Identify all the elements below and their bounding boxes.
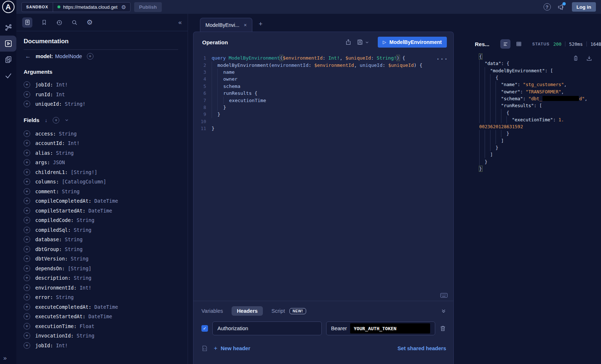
breadcrumb-type[interactable]: ModelNode bbox=[55, 53, 82, 59]
code-line[interactable]: 7executionTime bbox=[193, 97, 453, 104]
expand-rail-button[interactable]: » bbox=[3, 355, 7, 362]
field-type[interactable]: String bbox=[65, 236, 83, 242]
field-type[interactable]: String bbox=[77, 333, 95, 339]
field-type[interactable]: String! bbox=[65, 101, 85, 107]
search-icon[interactable] bbox=[71, 19, 78, 26]
code-line[interactable]: 5schema bbox=[193, 83, 453, 90]
announcements-megaphone-icon[interactable] bbox=[557, 3, 565, 11]
back-arrow-icon[interactable]: ← bbox=[25, 53, 31, 60]
endpoint-settings-gear-icon[interactable]: ⚙ bbox=[121, 4, 126, 10]
code-line[interactable]: 8} bbox=[193, 104, 453, 111]
field-name[interactable]: compiledSql: String bbox=[35, 227, 91, 233]
field-name[interactable]: compileStartedAt: DateTime bbox=[35, 208, 112, 214]
field-type[interactable]: Float bbox=[80, 323, 95, 329]
nav-explorer[interactable] bbox=[0, 36, 16, 52]
field-name[interactable]: comment: String bbox=[35, 189, 80, 194]
new-header-button[interactable]: + New header bbox=[214, 345, 250, 352]
field-type[interactable]: String bbox=[59, 131, 77, 137]
code-line[interactable]: 6runResults { bbox=[193, 90, 453, 97]
save-icon[interactable] bbox=[357, 39, 363, 45]
keyboard-shortcuts-icon[interactable] bbox=[440, 293, 448, 298]
add-field-button[interactable]: + bbox=[24, 159, 30, 166]
field-type[interactable]: String bbox=[74, 227, 92, 233]
field-type[interactable]: Int! bbox=[56, 82, 68, 88]
field-name[interactable]: executeStartedAt: DateTime bbox=[35, 314, 112, 319]
add-field-button[interactable]: + bbox=[24, 101, 30, 107]
response-json[interactable]: {"data": {"modelByEnvironment": [{"name"… bbox=[475, 53, 601, 172]
field-type[interactable]: JSON bbox=[53, 159, 65, 165]
operation-tab[interactable]: ModelByEnvi... × bbox=[200, 18, 252, 32]
query-editor[interactable]: 1query ModelByEnvironment($environmentId… bbox=[193, 52, 453, 301]
field-name[interactable]: childrenL1: [String!] bbox=[35, 169, 97, 175]
field-name[interactable]: columns: [CatalogColumn] bbox=[35, 179, 106, 185]
add-field-button[interactable]: + bbox=[24, 169, 30, 175]
field-name[interactable]: alias: String bbox=[35, 150, 74, 156]
publish-button[interactable]: Publish bbox=[134, 2, 162, 12]
add-field-button[interactable]: + bbox=[24, 150, 30, 156]
field-type[interactable]: [String!] bbox=[71, 169, 97, 175]
code-line[interactable]: 1query ModelByEnvironment($environmentId… bbox=[193, 54, 453, 61]
add-field-button[interactable]: + bbox=[24, 227, 30, 233]
header-key-input[interactable]: Authorization bbox=[212, 321, 322, 335]
code-line[interactable]: 10 bbox=[193, 118, 453, 125]
delete-header-trash-icon[interactable] bbox=[440, 325, 446, 332]
field-type[interactable]: String bbox=[65, 246, 83, 252]
add-field-button[interactable]: + bbox=[24, 284, 30, 291]
field-name[interactable]: compileCompletedAt: DateTime bbox=[35, 198, 118, 204]
tab-variables[interactable]: Variables bbox=[201, 308, 223, 314]
sandbox-badge[interactable]: SANDBOX bbox=[22, 3, 53, 12]
field-type[interactable]: Int bbox=[56, 92, 65, 97]
field-type[interactable]: [CatalogColumn] bbox=[62, 179, 106, 185]
chevron-down-icon[interactable] bbox=[365, 40, 369, 44]
endpoint-url-box[interactable]: https://metadata.cloud.get ⚙ bbox=[53, 4, 130, 10]
add-all-fields-button[interactable]: + bbox=[53, 117, 59, 124]
sort-fields-icon[interactable]: ↓ bbox=[45, 117, 47, 123]
add-field-button[interactable]: + bbox=[24, 188, 30, 195]
field-type[interactable]: String bbox=[56, 150, 74, 156]
add-field-button[interactable]: + bbox=[24, 207, 30, 214]
add-field-button[interactable]: + bbox=[24, 198, 30, 204]
download-response-icon[interactable] bbox=[586, 55, 592, 61]
apollo-logo[interactable]: A bbox=[2, 1, 15, 13]
nav-sandbox-schemas[interactable] bbox=[0, 52, 16, 68]
add-field-button[interactable]: + bbox=[24, 130, 30, 137]
add-field-button[interactable]: + bbox=[24, 342, 30, 349]
tab-script[interactable]: Script bbox=[272, 308, 285, 314]
field-type[interactable]: Int! bbox=[56, 343, 68, 348]
field-name[interactable]: args: JSON bbox=[35, 159, 65, 165]
nav-graph-icon[interactable] bbox=[0, 20, 16, 36]
add-field-button[interactable]: + bbox=[24, 81, 30, 88]
field-name[interactable]: dbtGroup: String bbox=[35, 246, 83, 252]
field-type[interactable]: DateTime bbox=[95, 304, 118, 310]
new-tab-button[interactable]: + bbox=[259, 20, 263, 28]
add-field-button[interactable]: + bbox=[24, 140, 30, 146]
field-name[interactable]: executeCompletedAt: DateTime bbox=[35, 304, 118, 310]
code-line[interactable]: 9} bbox=[193, 111, 453, 118]
field-type[interactable]: String bbox=[71, 256, 89, 262]
field-type[interactable]: DateTime bbox=[95, 198, 118, 204]
add-field-button[interactable]: + bbox=[24, 323, 30, 329]
documentation-tab[interactable] bbox=[22, 17, 32, 28]
settings-gear-icon[interactable]: ⚙ bbox=[87, 19, 93, 26]
view-table-button[interactable] bbox=[514, 39, 524, 49]
add-field-button[interactable]: + bbox=[24, 236, 30, 243]
field-name[interactable]: dbtVersion: String bbox=[35, 256, 88, 262]
save-group[interactable] bbox=[357, 39, 369, 45]
field-type[interactable]: DateTime bbox=[88, 208, 112, 214]
endpoint-url[interactable]: https://metadata.cloud.get bbox=[63, 4, 119, 10]
nav-checks-icon[interactable] bbox=[0, 68, 16, 84]
add-field-button[interactable]: + bbox=[24, 217, 30, 223]
add-field-button[interactable]: + bbox=[24, 304, 30, 310]
field-type[interactable]: String bbox=[74, 275, 92, 281]
history-icon[interactable] bbox=[56, 19, 63, 26]
code-line[interactable]: 11} bbox=[193, 125, 453, 132]
add-field-button[interactable]: + bbox=[24, 178, 30, 185]
field-name[interactable]: dependsOn: [String] bbox=[35, 266, 91, 271]
add-field-button[interactable]: + bbox=[24, 91, 30, 98]
copy-response-icon[interactable] bbox=[573, 55, 579, 61]
header-enabled-checkbox[interactable]: ✓ bbox=[201, 325, 208, 332]
collapse-panel-double-chevron-icon[interactable] bbox=[441, 308, 446, 314]
add-field-button[interactable]: + bbox=[24, 294, 30, 300]
field-name[interactable]: jobId: Int! bbox=[35, 82, 68, 88]
field-name[interactable]: compiledCode: String bbox=[35, 217, 95, 223]
